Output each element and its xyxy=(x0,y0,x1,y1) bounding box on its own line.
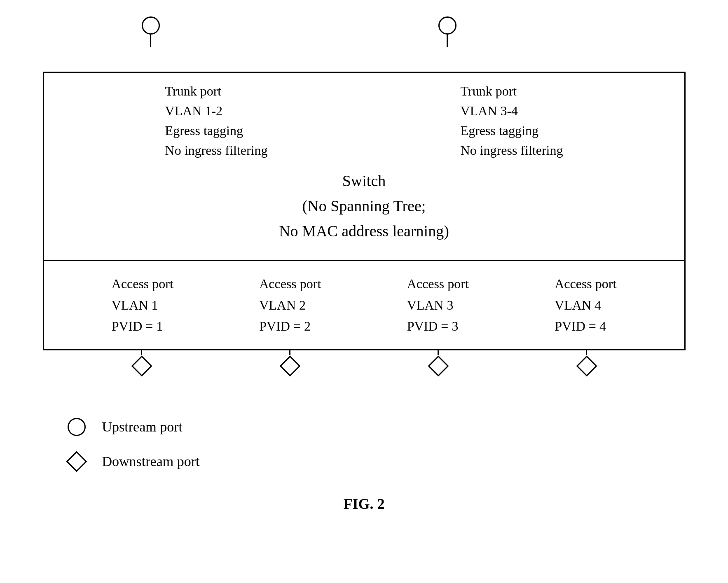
access-port-4: Access port VLAN 4 PVID = 4 xyxy=(555,273,616,337)
access-port-2: Access port VLAN 2 PVID = 2 xyxy=(259,273,321,337)
legend-upstream-circle xyxy=(68,418,86,436)
trunk-port-1: Trunk port VLAN 1-2 Egress tagging No in… xyxy=(165,81,268,160)
trunk-port-1-upstream-circle xyxy=(142,16,160,35)
downstream-diamond-3 xyxy=(428,355,449,376)
trunk-port-1-line xyxy=(150,35,151,47)
legend-upstream: Upstream port xyxy=(68,418,686,436)
legend: Upstream port Downstream port xyxy=(43,418,686,471)
trunk-port-1-label: Trunk port VLAN 1-2 Egress tagging No in… xyxy=(165,81,268,160)
switch-box: Trunk port VLAN 1-2 Egress tagging No in… xyxy=(43,72,686,350)
access-port-3-label: Access port VLAN 3 PVID = 3 xyxy=(407,273,469,337)
access-port-4-label: Access port VLAN 4 PVID = 4 xyxy=(555,273,616,337)
access-port-1: Access port VLAN 1 PVID = 1 xyxy=(112,273,173,337)
figure-label: FIG. 2 xyxy=(343,495,384,513)
downstream-diamonds-row xyxy=(43,350,686,377)
access-port-2-label: Access port VLAN 2 PVID = 2 xyxy=(259,273,321,337)
trunk-port-2-label: Trunk port VLAN 3-4 Egress tagging No in… xyxy=(461,81,563,160)
legend-upstream-label: Upstream port xyxy=(102,419,183,435)
downstream-diamond-2 xyxy=(279,355,300,376)
legend-downstream: Downstream port xyxy=(68,452,686,471)
access-port-1-label: Access port VLAN 1 PVID = 1 xyxy=(112,273,173,337)
trunk-port-2-line xyxy=(447,35,448,47)
legend-downstream-diamond xyxy=(66,451,87,472)
diamond-4-area xyxy=(579,350,594,377)
trunk-ports-section: Trunk port VLAN 1-2 Egress tagging No in… xyxy=(44,73,684,164)
access-ports-section: Access port VLAN 1 PVID = 1 Access port … xyxy=(44,260,684,349)
trunk-port-1-area xyxy=(138,16,294,47)
diamond-3-area xyxy=(431,350,446,377)
trunk-port-2: Trunk port VLAN 3-4 Egress tagging No in… xyxy=(461,81,563,160)
diamond-1-area xyxy=(134,350,149,377)
switch-center-label: Switch (No Spanning Tree; No MAC address… xyxy=(44,164,684,260)
legend-downstream-label: Downstream port xyxy=(102,454,200,469)
trunk-port-2-upstream-circle xyxy=(438,16,456,35)
trunk-port-2-area xyxy=(434,16,591,47)
access-port-3: Access port VLAN 3 PVID = 3 xyxy=(407,273,469,337)
page: Trunk port VLAN 1-2 Egress tagging No in… xyxy=(0,0,728,583)
downstream-diamond-4 xyxy=(576,355,597,376)
diamond-2-area xyxy=(283,350,297,377)
downstream-diamond-1 xyxy=(131,355,152,376)
